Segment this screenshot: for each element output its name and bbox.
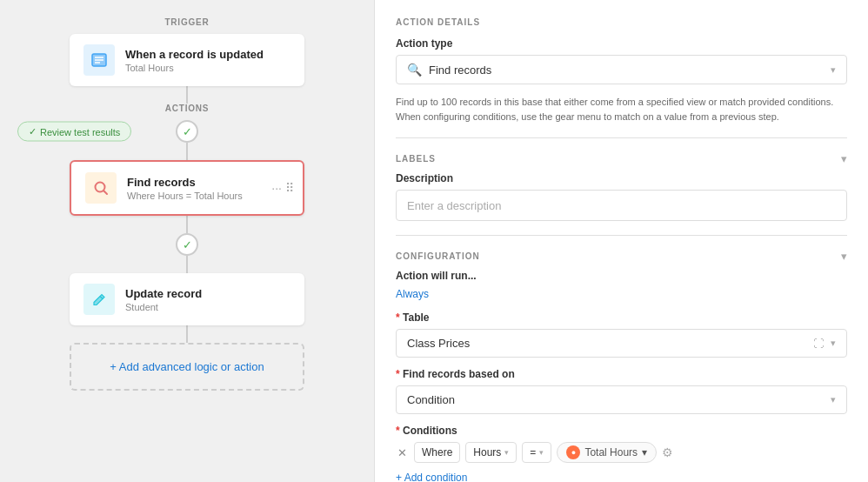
find-records-subtitle: Where Hours = Total Hours <box>127 191 289 201</box>
condition-remove-btn[interactable]: ✕ <box>396 445 409 461</box>
table-select[interactable]: Class Prices ⛶ ▾ <box>396 329 847 358</box>
table-label: Table <box>396 311 847 324</box>
labels-header: LABELS <box>396 154 436 164</box>
trigger-card-content: When a record is updated Total Hours <box>125 48 290 73</box>
operator-chevron: ▾ <box>539 448 544 457</box>
update-record-card[interactable]: Update record Student <box>70 273 304 325</box>
info-text: Find up to 100 records in this base that… <box>396 95 847 124</box>
update-record-content: Update record Student <box>125 287 290 312</box>
trigger-icon <box>83 44 115 76</box>
card-menu: ··· ⠿ <box>271 181 294 195</box>
add-condition-btn[interactable]: + Add condition <box>396 472 847 482</box>
connector-line-3 <box>186 216 188 233</box>
field-tag[interactable]: Hours ▾ <box>465 442 517 463</box>
menu-handle[interactable]: ⠿ <box>285 181 294 195</box>
labels-row: LABELS ▾ <box>396 152 847 165</box>
trigger-card-subtitle: Total Hours <box>125 63 290 73</box>
connector-line-4 <box>186 256 188 273</box>
update-record-icon <box>83 284 115 315</box>
trigger-section: TRIGGER When a record is updated Total H… <box>0 17 374 104</box>
svg-line-5 <box>104 191 108 195</box>
right-panel: ACTION DETAILS Action type 🔍 Find record… <box>374 0 868 482</box>
connector-line-5 <box>186 325 188 343</box>
actions-section: ACTIONS ✓ ✓ Review test results Find rec… <box>0 104 374 391</box>
find-based-on-select[interactable]: Condition ▾ <box>396 385 847 414</box>
step-badge: ● <box>566 445 580 459</box>
config-expand-btn[interactable]: ▾ <box>841 250 847 263</box>
find-based-on-value: Condition <box>407 393 455 406</box>
configuration-row: CONFIGURATION ▾ <box>396 250 847 263</box>
divider-2 <box>396 235 847 236</box>
description-placeholder: Enter a description <box>407 199 501 212</box>
conditions-label: Conditions <box>396 425 847 437</box>
action-details-header: ACTION DETAILS <box>396 17 847 27</box>
action-type-value: Find records <box>429 64 491 77</box>
find-records-icon <box>85 172 117 204</box>
connector-line-1 <box>186 86 188 104</box>
left-panel: TRIGGER When a record is updated Total H… <box>0 0 374 482</box>
check-icon: ✓ <box>29 126 37 137</box>
add-condition-label: + Add condition <box>396 472 467 482</box>
table-chevron: ▾ <box>831 338 836 349</box>
check-circle-1: ✓ <box>176 120 198 143</box>
find-records-content: Find records Where Hours = Total Hours <box>127 176 289 201</box>
update-record-title: Update record <box>125 287 290 300</box>
find-based-on-label: Find records based on <box>396 368 847 380</box>
value-tag[interactable]: ● Total Hours ▾ <box>557 442 657 463</box>
field-value: Hours <box>473 446 501 459</box>
check-circle-2: ✓ <box>176 233 198 256</box>
description-label: Description <box>396 172 847 184</box>
action-will-run-label: Action will run... <box>396 270 847 282</box>
table-right: ⛶ ▾ <box>813 338 836 350</box>
trigger-card[interactable]: When a record is updated Total Hours <box>70 34 304 86</box>
action-will-run-section: Action will run... Always <box>396 270 847 301</box>
description-field[interactable]: Enter a description <box>396 190 847 221</box>
find-records-title: Find records <box>127 176 289 189</box>
review-badge-text: Review test results <box>40 126 120 137</box>
connector-line-2 <box>186 143 188 160</box>
menu-dots[interactable]: ··· <box>271 181 282 195</box>
table-value: Class Prices <box>407 337 470 350</box>
labels-expand-btn[interactable]: ▾ <box>841 152 847 165</box>
value-chevron: ▾ <box>642 446 647 459</box>
divider-1 <box>396 137 847 138</box>
operator-value: = <box>530 446 536 459</box>
action-type-label: Action type <box>396 37 847 50</box>
review-wrapper: ✓ ✓ Review test results <box>0 120 374 143</box>
condition-gear-btn[interactable]: ⚙ <box>662 445 673 459</box>
review-badge[interactable]: ✓ Review test results <box>17 122 131 142</box>
table-select-left: Class Prices <box>407 337 470 350</box>
find-based-on-chevron: ▾ <box>831 394 836 405</box>
where-label: Where <box>422 446 452 459</box>
action-type-search-icon: 🔍 <box>407 63 422 77</box>
trigger-card-title: When a record is updated <box>125 48 290 61</box>
add-action-box[interactable]: + Add advanced logic or action <box>70 343 304 391</box>
action-type-chevron: ▾ <box>831 64 836 76</box>
configuration-header: CONFIGURATION <box>396 251 480 261</box>
add-action-label: + Add advanced logic or action <box>110 360 264 373</box>
table-expand-icon: ⛶ <box>813 338 824 350</box>
always-link[interactable]: Always <box>396 288 429 300</box>
value-label: Total Hours <box>584 446 638 459</box>
operator-tag[interactable]: = ▾ <box>522 442 551 463</box>
update-record-subtitle: Student <box>125 302 290 312</box>
action-type-select[interactable]: 🔍 Find records ▾ <box>396 55 847 84</box>
where-tag[interactable]: Where <box>414 442 460 463</box>
field-chevron: ▾ <box>504 448 509 457</box>
find-records-card[interactable]: Find records Where Hours = Total Hours ·… <box>70 160 304 216</box>
conditions-row: ✕ Where Hours ▾ = ▾ ● Total Hours ▾ ⚙ <box>396 442 847 463</box>
actions-label: ACTIONS <box>165 104 210 113</box>
action-type-select-left: 🔍 Find records <box>407 63 491 77</box>
trigger-label: TRIGGER <box>164 17 209 27</box>
